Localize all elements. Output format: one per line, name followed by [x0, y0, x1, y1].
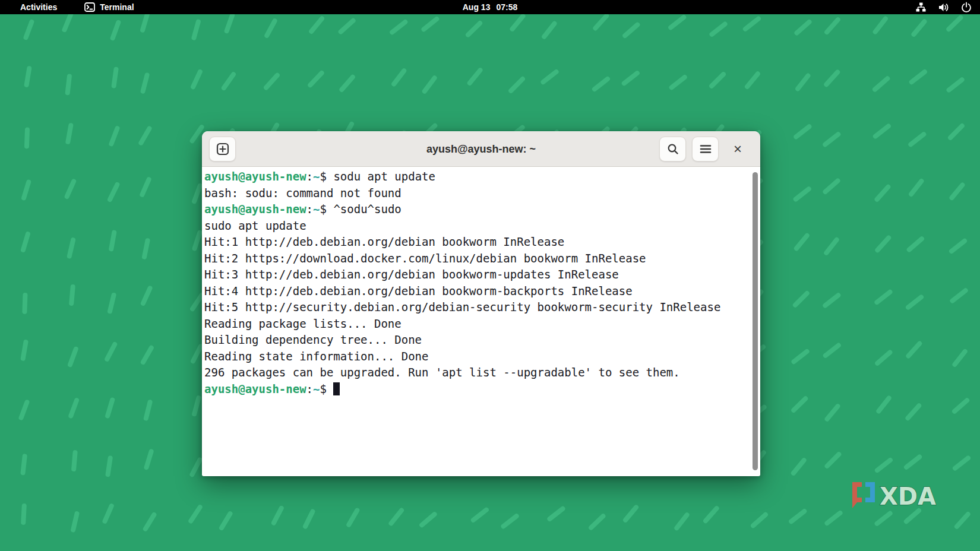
terminal-line: Reading package lists... Done [204, 316, 748, 332]
terminal-icon [84, 2, 95, 12]
terminal-line: Hit:4 http://deb.debian.org/debian bookw… [204, 283, 748, 300]
clock-date[interactable]: Aug 13 [463, 2, 491, 12]
terminal-line: Building dependency tree... Done [204, 332, 748, 349]
clock[interactable]: Aug 1307:58 [0, 2, 980, 12]
new-tab-icon [216, 142, 229, 156]
terminal-screen[interactable]: ayush@ayush-new:~$ sodu apt updatebash: … [202, 167, 760, 476]
volume-icon[interactable] [938, 2, 950, 12]
search-button[interactable] [659, 137, 686, 162]
terminal-output: ayush@ayush-new:~$ sodu apt updatebash: … [202, 167, 760, 397]
terminal-line: Hit:1 http://deb.debian.org/debian bookw… [204, 234, 748, 251]
window-title: ayush@ayush-new: ~ [426, 131, 536, 167]
terminal-cursor [333, 382, 340, 395]
scrollbar-thumb[interactable] [753, 172, 758, 470]
terminal-line: ayush@ayush-new:~$ [204, 381, 748, 398]
scrollbar-track[interactable] [752, 169, 760, 474]
search-icon [666, 142, 679, 156]
new-tab-button[interactable] [209, 137, 236, 162]
close-icon: × [734, 142, 742, 156]
clock-time[interactable]: 07:58 [496, 2, 517, 12]
focused-app-indicator[interactable]: Terminal [84, 2, 134, 12]
close-button[interactable]: × [726, 137, 750, 162]
activities-button[interactable]: Activities [17, 2, 61, 12]
terminal-header-bar[interactable]: ayush@ayush-new: ~ × [202, 131, 760, 167]
xda-logo-bubble [852, 482, 875, 508]
terminal-line: ayush@ayush-new:~$ ^sodu^sudo [204, 201, 748, 218]
terminal-line: 296 packages can be upgraded. Run 'apt l… [204, 365, 748, 381]
terminal-window: ayush@ayush-new: ~ × ayush@ayush-new:~$ … [202, 131, 760, 476]
menu-icon [700, 144, 712, 154]
focused-app-label: Terminal [100, 2, 134, 12]
xda-watermark: XDA [851, 480, 946, 511]
system-status-area[interactable] [915, 0, 972, 14]
terminal-line: Hit:2 https://download.docker.com/linux/… [204, 251, 748, 267]
network-wired-icon[interactable] [915, 2, 927, 12]
terminal-line: Hit:3 http://deb.debian.org/debian bookw… [204, 267, 748, 283]
terminal-line: Reading state information... Done [204, 349, 748, 365]
power-icon[interactable] [961, 2, 972, 12]
terminal-line: bash: sodu: command not found [204, 185, 748, 202]
xda-letters: XDA [880, 483, 936, 510]
terminal-line: Hit:5 http://security.debian.org/debian-… [204, 299, 748, 316]
terminal-line: ayush@ayush-new:~$ sodu apt update [204, 169, 748, 185]
terminal-line: sudo apt update [204, 218, 748, 235]
menu-button[interactable] [692, 137, 719, 162]
top-bar: Activities Terminal Aug 1307:58 [0, 0, 980, 14]
